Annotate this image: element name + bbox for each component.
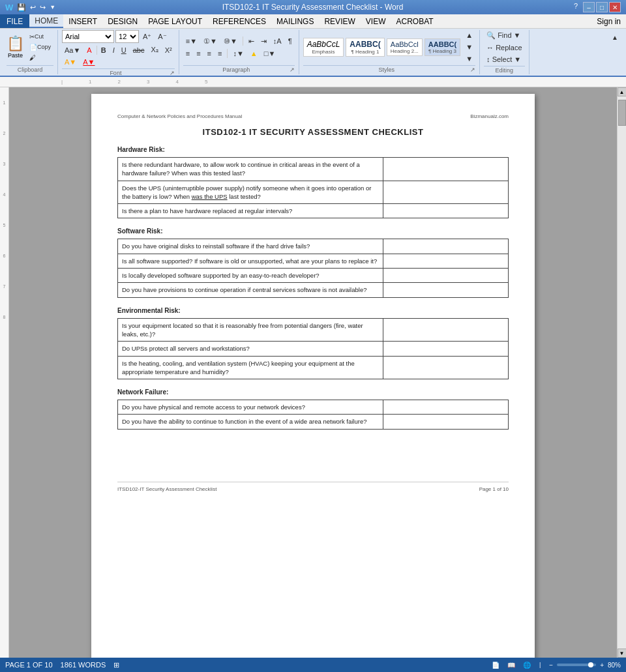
font-color-button[interactable]: A▼ [80, 57, 97, 67]
scroll-thumb[interactable] [618, 100, 626, 126]
cut-button[interactable]: ✂ Cut [27, 32, 53, 42]
paragraph-label: Paragraph ↗ [183, 65, 295, 73]
copy-button[interactable]: 📄 Copy [27, 42, 53, 52]
clear-format-button[interactable]: A [84, 45, 94, 55]
document-title: ITSD102-1 IT SECURITY ASSESSMENT CHECKLI… [117, 127, 509, 137]
increase-font-button[interactable]: A⁺ [140, 31, 154, 42]
styles-scroll-down[interactable]: ▼ [463, 42, 475, 52]
decrease-font-button[interactable]: A⁻ [155, 31, 169, 42]
main-area: 1 2 3 4 5 6 7 8 Computer & Network Polic… [0, 87, 626, 658]
status-left: PAGE 1 OF 10 1861 WORDS ⊞ [5, 661, 119, 669]
multilevel-list-button[interactable]: ⑩▼ [221, 36, 240, 47]
network-failure-table: Do you have physical and remote access t… [117, 400, 509, 430]
editing-label: Editing [484, 66, 524, 74]
style-emphasis[interactable]: AaBbCcL Emphasis [303, 38, 344, 57]
view-web-button[interactable]: 🌐 [521, 661, 533, 669]
border-button[interactable]: □▼ [261, 48, 278, 59]
sort-button[interactable]: ↕A [271, 36, 284, 46]
zoom-out-button[interactable]: − [547, 661, 555, 669]
find-button[interactable]: 🔍 Find ▼ [484, 30, 523, 41]
font-size-select[interactable]: 12 [115, 30, 139, 43]
zoom-in-button[interactable]: + [598, 661, 606, 669]
answer-cell [383, 415, 509, 429]
menu-mailings[interactable]: MAILINGS [271, 14, 319, 28]
close-button[interactable]: ✕ [609, 2, 621, 12]
sign-in[interactable]: Sign in [591, 14, 626, 28]
increase-indent-button[interactable]: ⇥ [258, 36, 269, 47]
align-center-button[interactable]: ≡ [194, 48, 203, 59]
scroll-down-button[interactable]: ▼ [618, 649, 627, 658]
bold-button[interactable]: B [98, 45, 109, 55]
justify-button[interactable]: ≡ [215, 48, 224, 59]
quick-access-redo[interactable]: ↪ [40, 3, 46, 12]
question-cell: Is your equipment located so that it is … [118, 318, 383, 342]
menu-view[interactable]: VIEW [361, 14, 391, 28]
clipboard-label: Clipboard [7, 65, 53, 73]
italic-button[interactable]: I [110, 45, 117, 55]
show-formatting-button[interactable]: ¶ [286, 36, 295, 46]
style-heading3[interactable]: AABBC( ¶ Heading 3 [425, 38, 460, 56]
superscript-button[interactable]: X² [162, 45, 175, 55]
answer-cell [383, 239, 509, 254]
underline-button[interactable]: U [119, 45, 129, 55]
styles-scroll-up[interactable]: ▲ [463, 30, 475, 40]
menu-file[interactable]: FILE [0, 14, 29, 28]
align-left-button[interactable]: ≡ [183, 48, 192, 59]
menu-review[interactable]: REVIEW [319, 14, 360, 28]
menu-acrobat[interactable]: ACROBAT [391, 14, 438, 28]
text-highlight-button[interactable]: A▼ [62, 57, 79, 67]
footer-right: Page 1 of 10 [479, 486, 509, 492]
menu-design[interactable]: DESIGN [102, 14, 143, 28]
maximize-button[interactable]: □ [596, 2, 608, 12]
answer-cell [383, 269, 509, 283]
style-heading2[interactable]: AaBbCcl Heading 2... [387, 38, 423, 56]
menu-home[interactable]: HOME [29, 14, 63, 28]
quick-access-undo[interactable]: ↩ [30, 3, 36, 12]
underline-text: was the UPS [192, 193, 228, 200]
document-area[interactable]: Computer & Network Policies and Procedur… [9, 87, 617, 658]
styles-expand[interactable]: ▼ [463, 53, 475, 64]
select-button[interactable]: ↕ Select ▼ [484, 54, 524, 65]
section-heading-hardware: Hardware Risk: [117, 146, 509, 153]
word-count: 1861 WORDS [61, 661, 106, 669]
format-painter-button[interactable]: 🖌 [27, 53, 53, 63]
view-layout-button[interactable]: 📄 [490, 661, 501, 669]
shading-button[interactable]: ▲ [248, 48, 260, 59]
table-row: Is there a plan to have hardware replace… [118, 204, 509, 218]
table-row: Do you have the ability to continue to f… [118, 415, 509, 429]
scrollbar-right[interactable]: ▲ ▼ [617, 87, 626, 658]
view-read-button[interactable]: 📖 [505, 661, 517, 669]
style-heading1[interactable]: AABBC( ¶ Heading 1 [346, 38, 384, 57]
help-btn[interactable]: ? [570, 2, 582, 12]
ribbon-collapse[interactable]: ▲ [609, 30, 623, 74]
zoom-slider[interactable] [557, 664, 596, 666]
scroll-up-button[interactable]: ▲ [618, 87, 627, 96]
menu-insert[interactable]: INSERT [63, 14, 102, 28]
replace-button[interactable]: ↔ Replace [484, 42, 524, 53]
paragraph-group: ≡▼ ①▼ ⑩▼ ⇤ ⇥ ↕A ¶ ≡ ≡ ≡ ≡ ↕▼ ▲ [179, 30, 299, 74]
minimize-button[interactable]: – [583, 2, 595, 12]
change-case-button[interactable]: Aa▼ [62, 45, 83, 55]
decrease-indent-button[interactable]: ⇤ [246, 36, 257, 47]
paste-button[interactable]: 📋 Paste [7, 35, 24, 59]
menu-references[interactable]: REFERENCES [207, 14, 271, 28]
layout-icon[interactable]: ⊞ [113, 661, 119, 669]
subscript-button[interactable]: X₂ [148, 44, 160, 55]
scroll-track[interactable] [618, 96, 626, 649]
page-header: Computer & Network Policies and Procedur… [117, 113, 509, 119]
answer-cell [383, 181, 509, 204]
section-heading-network: Network Failure: [117, 388, 509, 396]
align-right-button[interactable]: ≡ [205, 48, 214, 59]
table-row: Is your equipment located so that it is … [118, 318, 509, 342]
line-spacing-button[interactable]: ↕▼ [230, 48, 246, 59]
quick-access-save[interactable]: 💾 [17, 3, 26, 12]
quick-access-more[interactable]: ▼ [50, 4, 55, 10]
numbering-button[interactable]: ①▼ [201, 36, 220, 47]
strikethrough-button[interactable]: abc [130, 45, 147, 55]
menu-page-layout[interactable]: PAGE LAYOUT [143, 14, 207, 28]
question-cell: Is the heating, cooling, and ventilation… [118, 356, 383, 379]
font-name-select[interactable]: Arial [62, 30, 114, 43]
bullets-button[interactable]: ≡▼ [183, 36, 200, 46]
question-cell: Do UPSs protect all servers and workstat… [118, 342, 383, 356]
ribbon-collapse-button[interactable]: ▲ [609, 33, 621, 42]
